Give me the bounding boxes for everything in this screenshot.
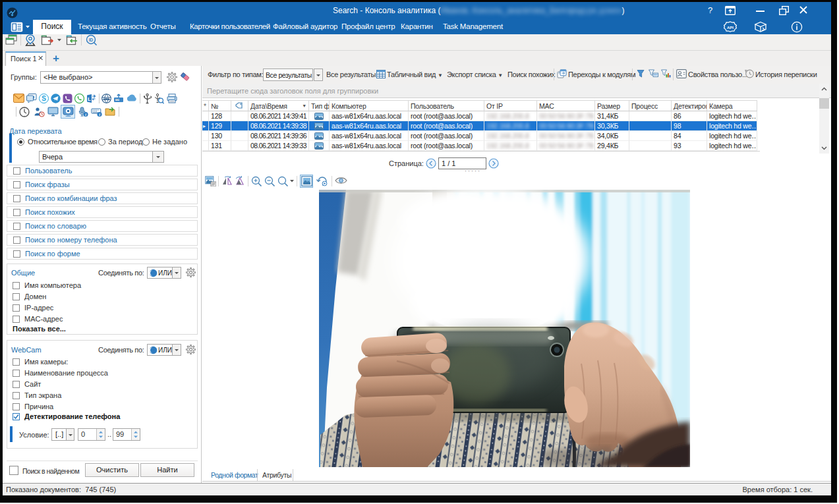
svg-text:FTP: FTP bbox=[115, 99, 119, 101]
svg-text:L: L bbox=[88, 96, 91, 102]
svg-text:S: S bbox=[42, 95, 46, 102]
svg-text:API: API bbox=[727, 26, 734, 30]
svg-text:ID: ID bbox=[89, 38, 94, 42]
svg-text:HTTP: HTTP bbox=[103, 98, 109, 100]
